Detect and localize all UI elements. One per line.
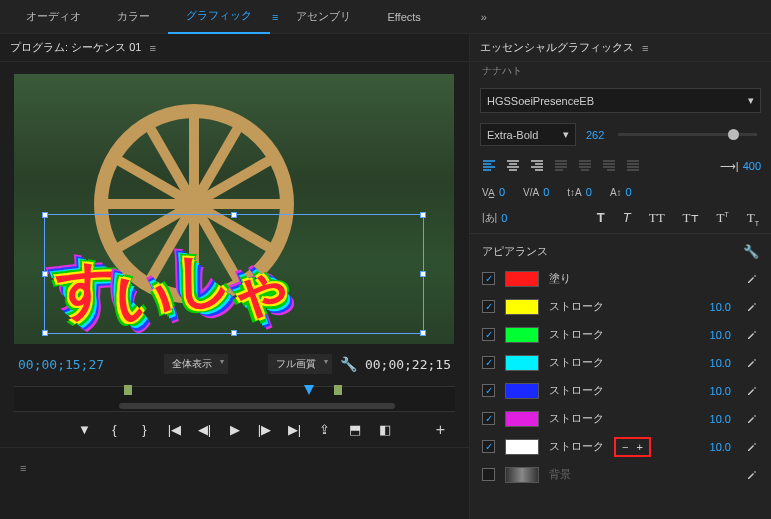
- eyedropper-icon[interactable]: [745, 356, 759, 370]
- add-stroke-button[interactable]: +: [636, 441, 642, 453]
- color-swatch[interactable]: [505, 327, 539, 343]
- stroke-width-value[interactable]: 10.0: [710, 329, 731, 341]
- checkbox[interactable]: ✓: [482, 356, 495, 369]
- align-right-button[interactable]: [528, 158, 546, 174]
- color-swatch[interactable]: [505, 271, 539, 287]
- eyedropper-icon[interactable]: [745, 384, 759, 398]
- text-selection-box[interactable]: すいしゃ: [44, 214, 424, 334]
- eyedropper-icon[interactable]: [745, 412, 759, 426]
- color-swatch[interactable]: [505, 467, 539, 483]
- eyedropper-icon[interactable]: [745, 328, 759, 342]
- color-swatch[interactable]: [505, 299, 539, 315]
- checkbox[interactable]: ✓: [482, 440, 495, 453]
- color-swatch[interactable]: [505, 439, 539, 455]
- checkbox[interactable]: ✓: [482, 272, 495, 285]
- indent-control[interactable]: ⟶| 400: [720, 160, 761, 173]
- checkbox[interactable]: ✓: [482, 384, 495, 397]
- button-editor-icon[interactable]: +: [436, 421, 445, 439]
- faux-italic-button[interactable]: T: [623, 210, 631, 226]
- small-caps-button[interactable]: Tᴛ: [683, 210, 699, 226]
- justify-all-button[interactable]: [624, 158, 642, 174]
- align-left-button[interactable]: [480, 158, 498, 174]
- eyedropper-icon[interactable]: [745, 468, 759, 482]
- out-point-marker[interactable]: [334, 385, 342, 395]
- color-swatch[interactable]: [505, 411, 539, 427]
- stroke-width-value[interactable]: 10.0: [710, 385, 731, 397]
- slider-knob[interactable]: [728, 129, 739, 140]
- wrench-icon[interactable]: 🔧: [743, 244, 759, 259]
- tabs-overflow[interactable]: »: [469, 11, 499, 23]
- checkbox[interactable]: ✓: [482, 412, 495, 425]
- playback-quality-dropdown[interactable]: フル画質: [268, 354, 332, 374]
- font-size-value[interactable]: 262: [586, 129, 604, 141]
- font-size-slider[interactable]: [618, 133, 757, 136]
- stroke-row: ✓ストローク10.0: [470, 293, 771, 321]
- zoom-fit-dropdown[interactable]: 全体表示: [164, 354, 228, 374]
- title-text-overlay[interactable]: すいしゃ: [54, 239, 291, 333]
- tab-audio[interactable]: オーディオ: [8, 0, 99, 34]
- step-forward-button[interactable]: |▶: [257, 422, 273, 437]
- panel-menu-icon[interactable]: ≡: [20, 462, 26, 474]
- in-point-marker[interactable]: [124, 385, 132, 395]
- stroke-width-value[interactable]: 10.0: [710, 413, 731, 425]
- checkbox[interactable]: [482, 468, 495, 481]
- align-center-button[interactable]: [504, 158, 522, 174]
- resize-handle[interactable]: [420, 330, 426, 336]
- remove-stroke-button[interactable]: −: [622, 441, 628, 453]
- tab-assembly[interactable]: アセンブリ: [278, 0, 369, 34]
- tracking-control[interactable]: VA̲0: [482, 186, 505, 198]
- justify-left-button[interactable]: [552, 158, 570, 174]
- resize-handle[interactable]: [42, 330, 48, 336]
- playhead-icon[interactable]: [304, 385, 314, 395]
- kerning-control[interactable]: V/A0: [523, 186, 549, 198]
- add-marker-button[interactable]: ▼: [77, 422, 93, 437]
- resize-handle[interactable]: [231, 212, 237, 218]
- stroke-width-value[interactable]: 10.0: [710, 301, 731, 313]
- subscript-button[interactable]: TT: [747, 210, 759, 227]
- resize-handle[interactable]: [231, 330, 237, 336]
- go-to-out-button[interactable]: ▶|: [287, 422, 303, 437]
- tsume-control[interactable]: |あ|0: [482, 211, 507, 225]
- superscript-button[interactable]: TT: [717, 210, 729, 226]
- eyedropper-icon[interactable]: [745, 440, 759, 454]
- panel-menu-icon[interactable]: ≡: [149, 42, 155, 54]
- checkbox[interactable]: ✓: [482, 328, 495, 341]
- tab-effects[interactable]: Effects: [369, 0, 438, 34]
- eyedropper-icon[interactable]: [745, 300, 759, 314]
- tab-graphics[interactable]: グラフィック: [168, 0, 270, 34]
- baseline-shift-control[interactable]: A↕0: [610, 186, 632, 198]
- mark-out-button[interactable]: }: [137, 422, 153, 437]
- extract-button[interactable]: ⬒: [347, 422, 363, 437]
- stroke-width-value[interactable]: 10.0: [710, 357, 731, 369]
- program-monitor-viewport[interactable]: すいしゃ: [14, 74, 454, 344]
- play-button[interactable]: ▶: [227, 422, 243, 437]
- resize-handle[interactable]: [42, 271, 48, 277]
- color-swatch[interactable]: [505, 355, 539, 371]
- settings-wrench-icon[interactable]: 🔧: [340, 356, 357, 372]
- step-back-button[interactable]: ◀|: [197, 422, 213, 437]
- indent-value[interactable]: 400: [743, 160, 761, 172]
- resize-handle[interactable]: [42, 212, 48, 218]
- stroke-width-value[interactable]: 10.0: [710, 441, 731, 453]
- resize-handle[interactable]: [420, 212, 426, 218]
- font-weight-dropdown[interactable]: Extra-Bold ▾: [480, 123, 576, 146]
- panel-menu-icon[interactable]: ≡: [642, 42, 648, 54]
- timeline-scrollbar[interactable]: [119, 403, 395, 409]
- go-to-in-button[interactable]: |◀: [167, 422, 183, 437]
- lift-button[interactable]: ⇪: [317, 422, 333, 437]
- eyedropper-icon[interactable]: [745, 272, 759, 286]
- color-swatch[interactable]: [505, 383, 539, 399]
- checkbox[interactable]: ✓: [482, 300, 495, 313]
- resize-handle[interactable]: [420, 271, 426, 277]
- mark-in-button[interactable]: {: [107, 422, 123, 437]
- font-family-dropdown[interactable]: HGSSoeiPresenceEB ▾: [480, 88, 761, 113]
- faux-bold-button[interactable]: T: [597, 210, 605, 226]
- justify-center-button[interactable]: [576, 158, 594, 174]
- export-frame-button[interactable]: ◧: [377, 422, 393, 437]
- leading-control[interactable]: t↕A0: [567, 186, 592, 198]
- all-caps-button[interactable]: TT: [649, 210, 665, 226]
- justify-right-button[interactable]: [600, 158, 618, 174]
- tab-color[interactable]: カラー: [99, 0, 168, 34]
- mini-timeline[interactable]: [14, 386, 455, 412]
- current-timecode[interactable]: 00;00;15;27: [18, 357, 104, 372]
